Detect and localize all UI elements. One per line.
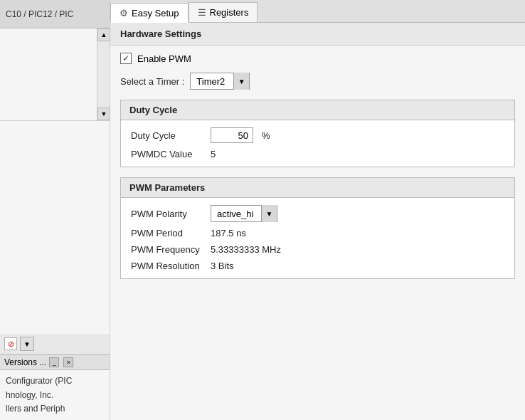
sidebar-header-text: C10 / PIC12 / PIC xyxy=(6,9,73,19)
pwm-polarity-label: PWM Polarity xyxy=(131,209,202,219)
select-timer-label: Select a Timer : xyxy=(120,76,184,87)
sidebar-dropdown-row: ⊘ ▼ xyxy=(0,334,110,355)
content-area: Hardware Settings ✓ Enable PWM Select a … xyxy=(110,23,525,420)
checkmark-icon: ✓ xyxy=(122,53,129,63)
pwm-parameters-header-label: PWM Parameters xyxy=(129,182,205,193)
tab-registers[interactable]: ☰ Registers xyxy=(189,2,258,22)
pwm-frequency-label: PWM Frequency xyxy=(131,244,202,255)
versions-line3: llers and Periph xyxy=(6,402,104,416)
gear-icon: ⚙ xyxy=(120,8,128,19)
pwm-parameters-content: PWM Polarity active_hi ▼ PWM Period 187.… xyxy=(121,198,514,278)
duty-cycle-box: Duty Cycle Duty Cycle % PWMDC Value 5 xyxy=(120,100,515,167)
timer-select-value: Timer2 xyxy=(191,75,233,88)
sidebar-content: ▲ ▼ xyxy=(0,28,110,334)
timer-select[interactable]: Timer2 ▼ xyxy=(190,73,250,90)
sidebar-header: C10 / PIC12 / PIC xyxy=(0,0,110,28)
tab-bar: ⚙ Easy Setup ☰ Registers xyxy=(110,0,525,23)
duty-cycle-content: Duty Cycle % PWMDC Value 5 xyxy=(121,120,514,167)
enable-pwm-label: Enable PWM xyxy=(137,53,191,64)
pwm-parameters-header: PWM Parameters xyxy=(121,178,514,198)
select-timer-row: Select a Timer : Timer2 ▼ xyxy=(120,73,515,90)
enable-pwm-row: ✓ Enable PWM xyxy=(120,53,515,64)
sidebar-dropdown-btn[interactable]: ▼ xyxy=(20,337,34,351)
versions-panel: Versions ... _ × Configurator (PIC hnolo… xyxy=(0,355,110,420)
pwm-resolution-value: 3 Bits xyxy=(211,261,234,271)
main-panel: ⚙ Easy Setup ☰ Registers Hardware Settin… xyxy=(110,0,525,420)
registers-icon: ☰ xyxy=(198,7,206,18)
red-icon: ⊘ xyxy=(4,337,17,350)
hardware-settings-header: Hardware Settings xyxy=(110,23,525,46)
tab-registers-label: Registers xyxy=(210,7,249,18)
versions-minimize-btn[interactable]: _ xyxy=(49,357,59,367)
scroll-up-btn[interactable]: ▲ xyxy=(97,28,110,41)
pwmdc-label: PWMDC Value xyxy=(131,149,202,159)
duty-cycle-input[interactable] xyxy=(211,127,253,143)
form-area: ✓ Enable PWM Select a Timer : Timer2 ▼ D… xyxy=(110,46,525,296)
polarity-select[interactable]: active_hi ▼ xyxy=(211,205,277,222)
pwm-period-label: PWM Period xyxy=(131,228,202,238)
pwmdc-value: 5 xyxy=(211,149,216,159)
red-icon-symbol: ⊘ xyxy=(8,340,14,349)
timer-select-arrow[interactable]: ▼ xyxy=(233,73,249,90)
pwm-period-row: PWM Period 187.5 ns xyxy=(131,228,504,238)
versions-line2: hnology, Inc. xyxy=(6,389,104,402)
pwm-resolution-label: PWM Resolution xyxy=(131,261,202,271)
sidebar: C10 / PIC12 / PIC ▲ ▼ ⊘ ▼ Versions ... _… xyxy=(0,0,110,420)
duty-cycle-header: Duty Cycle xyxy=(121,100,514,120)
pwm-parameters-box: PWM Parameters PWM Polarity active_hi ▼ … xyxy=(120,177,515,279)
versions-close-btn[interactable]: × xyxy=(63,357,73,367)
sidebar-scrollbar[interactable]: ▲ ▼ xyxy=(97,28,110,120)
pwm-resolution-row: PWM Resolution 3 Bits xyxy=(131,261,504,271)
hardware-settings-label: Hardware Settings xyxy=(120,28,201,39)
scroll-down-btn[interactable]: ▼ xyxy=(97,107,110,120)
scroll-track xyxy=(97,41,110,107)
pwmdc-row: PWMDC Value 5 xyxy=(131,149,504,159)
duty-cycle-header-label: Duty Cycle xyxy=(129,105,177,115)
versions-label: Versions ... xyxy=(4,357,46,367)
pwm-polarity-row: PWM Polarity active_hi ▼ xyxy=(131,205,504,222)
tab-easy-setup-label: Easy Setup xyxy=(132,8,179,19)
versions-text-area: Configurator (PIC hnology, Inc. llers an… xyxy=(0,370,110,420)
pwm-frequency-value: 5.33333333 MHz xyxy=(211,244,281,255)
tab-easy-setup[interactable]: ⚙ Easy Setup xyxy=(110,3,189,23)
duty-cycle-label: Duty Cycle xyxy=(131,130,202,141)
duty-cycle-unit: % xyxy=(262,130,270,141)
enable-pwm-checkbox[interactable]: ✓ xyxy=(120,53,132,64)
versions-title-bar: Versions ... _ × xyxy=(0,355,110,370)
pwm-period-value: 187.5 ns xyxy=(211,228,246,238)
pwm-frequency-row: PWM Frequency 5.33333333 MHz xyxy=(131,244,504,255)
polarity-value: active_hi xyxy=(211,207,261,221)
versions-line1: Configurator (PIC xyxy=(6,374,104,388)
polarity-arrow[interactable]: ▼ xyxy=(261,205,277,222)
duty-cycle-row: Duty Cycle % xyxy=(131,127,504,143)
